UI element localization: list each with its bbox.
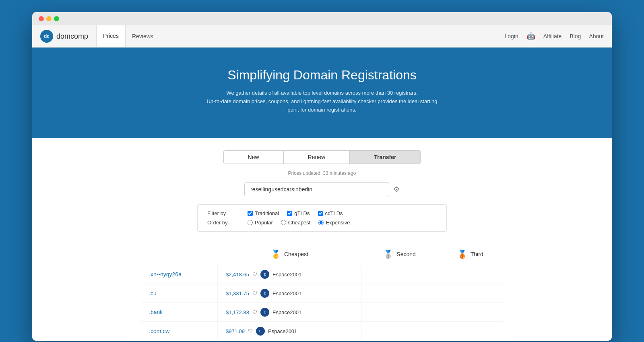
table-row: .cu $1,331.75 🛡 E Espace2001: [141, 284, 503, 303]
col-header-third: 🥉 Third: [437, 244, 503, 265]
prices-updated-text: Prices updated: 33 minutes ago: [40, 170, 604, 176]
toggle-transfer[interactable]: Transfer: [350, 150, 421, 164]
domain-cell: .xn--nyqy26a: [141, 265, 217, 284]
toggle-new[interactable]: New: [223, 150, 284, 164]
silver-medal-icon: 🥈: [383, 249, 393, 259]
second-cell: [362, 284, 438, 303]
nav-tabs: Prices Reviews: [96, 25, 160, 47]
shield-icon: 🛡: [252, 272, 257, 277]
third-cell: [437, 265, 503, 284]
price-value: $1,331.75: [226, 290, 249, 296]
filter-by-row: Filter by Traditional gTLDs ccTLDs: [207, 210, 437, 216]
hero-title: Simplifying Domain Registrations: [40, 68, 604, 83]
bronze-medal-icon: 🥉: [457, 249, 467, 259]
filter-by-label: Filter by: [207, 210, 235, 216]
traffic-lights: [39, 16, 59, 25]
order-by-label: Order by: [207, 220, 235, 226]
registrar-name: Espace2001: [272, 290, 301, 296]
minimize-button[interactable]: [46, 16, 52, 21]
logo-name: domcomp: [56, 32, 88, 41]
table-row: .bank $1,172.88 🛡 E Espace2001: [141, 303, 503, 322]
search-area: ⚙: [40, 182, 604, 196]
results-container: 🥇 Cheapest 🥈 Second 🥉: [141, 244, 503, 341]
main-content: New Renew Transfer Prices updated: 33 mi…: [32, 138, 612, 341]
domain-cell: .cu: [141, 284, 217, 303]
nav-about[interactable]: About: [589, 33, 604, 39]
second-cell: [362, 322, 438, 341]
price-value: $1,172.88: [226, 309, 249, 315]
domain-cell: .com.cw: [141, 322, 217, 341]
domain-name[interactable]: .xn--nyqy26a: [149, 271, 182, 278]
order-expensive[interactable]: Expensive: [318, 220, 350, 226]
filter-traditional[interactable]: Traditional: [248, 210, 279, 216]
filter-traditional-checkbox[interactable]: [248, 211, 253, 216]
filter-cctlds-checkbox[interactable]: [318, 211, 323, 216]
filter-options: Traditional gTLDs ccTLDs: [248, 210, 343, 216]
price-value: $971.09: [226, 328, 245, 334]
cheapest-cell: $1,172.88 🛡 E Espace2001: [217, 303, 362, 322]
shield-icon: 🛡: [252, 290, 257, 296]
registrar-logo: E: [260, 270, 269, 279]
cheapest-cell: $971.09 🛡 E Espace2001: [217, 322, 362, 341]
toggle-renew[interactable]: Renew: [284, 150, 350, 164]
table-row: .xn--nyqy26a $2,418.65 🛡 E Espace2001: [141, 265, 503, 284]
second-cell: [362, 303, 438, 322]
hero-subtitle: We gather details of all available top l…: [201, 89, 443, 114]
settings-icon[interactable]: ⚙: [393, 185, 400, 194]
order-cheapest-radio[interactable]: [281, 220, 286, 225]
col-header-domain: [141, 244, 217, 265]
nav-right: Login 🤖 Affiliate Blog About: [504, 32, 604, 41]
filter-gtlds[interactable]: gTLDs: [287, 210, 310, 216]
registration-type-toggle: New Renew Transfer: [40, 150, 604, 164]
registrar-logo: E: [256, 327, 265, 336]
android-icon[interactable]: 🤖: [526, 32, 535, 41]
registrar-logo: E: [260, 308, 269, 317]
maximize-button[interactable]: [54, 16, 59, 21]
domain-name[interactable]: .bank: [149, 309, 163, 315]
shield-icon: 🛡: [252, 309, 257, 315]
registrar-name: Espace2001: [272, 272, 301, 278]
table-row: .com.cw $971.09 🛡 E Espace2001: [141, 322, 503, 341]
hero-section: Simplifying Domain Registrations We gath…: [32, 48, 612, 138]
domain-name[interactable]: .cu: [149, 290, 157, 296]
third-cell: [437, 303, 503, 322]
order-by-row: Order by Popular Cheapest Expensive: [207, 220, 437, 226]
domain-cell: .bank: [141, 303, 217, 322]
third-cell: [437, 284, 503, 303]
nav-login[interactable]: Login: [504, 33, 518, 39]
nav-affiliate[interactable]: Affiliate: [543, 33, 562, 39]
col-header-second: 🥈 Second: [362, 244, 438, 265]
filter-cctlds[interactable]: ccTLDs: [318, 210, 343, 216]
nav-blog[interactable]: Blog: [570, 33, 581, 39]
nav-tab-prices[interactable]: Prices: [96, 25, 126, 47]
order-options: Popular Cheapest Expensive: [248, 220, 350, 226]
domain-name[interactable]: .com.cw: [149, 328, 169, 334]
cheapest-cell: $2,418.65 🛡 E Espace2001: [217, 265, 362, 284]
browser-chrome: [32, 12, 612, 25]
results-table: 🥇 Cheapest 🥈 Second 🥉: [141, 244, 503, 341]
shield-icon: 🛡: [248, 328, 253, 334]
nav-tab-reviews[interactable]: Reviews: [126, 25, 160, 47]
third-cell: [437, 322, 503, 341]
second-cell: [362, 265, 438, 284]
registrar-logo: E: [260, 289, 269, 298]
logo-area: dc domcomp: [40, 30, 88, 43]
cheapest-cell: $1,331.75 🛡 E Espace2001: [217, 284, 362, 303]
gold-medal-icon: 🥇: [271, 249, 281, 259]
browser-window: dc domcomp Prices Reviews Login 🤖 Affili…: [32, 12, 612, 341]
navbar: dc domcomp Prices Reviews Login 🤖 Affili…: [32, 25, 612, 48]
order-cheapest[interactable]: Cheapest: [281, 220, 311, 226]
logo-icon: dc: [40, 30, 53, 43]
registrar-name: Espace2001: [272, 309, 301, 315]
registrar-name: Espace2001: [268, 328, 297, 334]
order-expensive-radio[interactable]: [318, 220, 324, 225]
col-header-cheapest: 🥇 Cheapest: [217, 244, 362, 265]
filter-box: Filter by Traditional gTLDs ccTLDs: [197, 204, 447, 232]
order-popular[interactable]: Popular: [248, 220, 273, 226]
close-button[interactable]: [39, 16, 44, 21]
search-input[interactable]: [244, 182, 389, 196]
order-popular-radio[interactable]: [248, 220, 253, 225]
price-value: $2,418.65: [226, 272, 249, 278]
filter-gtlds-checkbox[interactable]: [287, 211, 292, 216]
